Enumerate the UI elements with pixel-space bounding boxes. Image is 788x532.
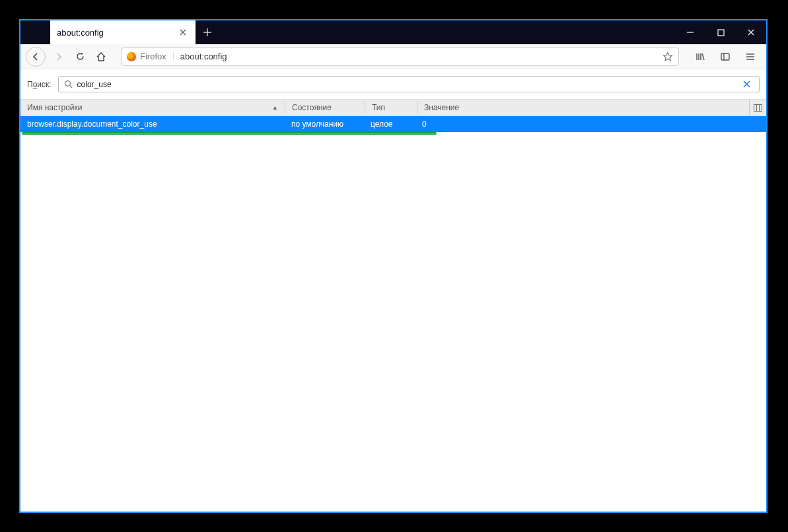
config-row-selected[interactable]: browser.display.document_color_use по ум… <box>20 116 766 132</box>
nav-home-button[interactable] <box>90 46 112 67</box>
tab-close-icon[interactable] <box>177 26 189 38</box>
window-maximize-button[interactable] <box>705 20 736 44</box>
svg-rect-0 <box>718 30 724 36</box>
nav-back-button[interactable] <box>26 47 46 67</box>
column-picker-icon[interactable] <box>749 100 766 116</box>
nav-reload-button[interactable] <box>69 46 90 67</box>
sidebar-icon[interactable] <box>715 46 736 67</box>
page-content: Поиск: Имя настройки <box>20 69 766 512</box>
search-icon <box>64 80 73 89</box>
hamburger-menu-icon[interactable] <box>740 46 761 67</box>
column-type[interactable]: Тип <box>365 100 417 116</box>
config-search-row: Поиск: <box>20 69 766 99</box>
firefox-icon <box>127 52 136 61</box>
cell-value: 0 <box>415 119 766 129</box>
url-bar[interactable]: Firefox about:config <box>121 48 679 66</box>
nav-forward-button[interactable] <box>48 46 69 67</box>
config-search-label: Поиск: <box>27 80 52 89</box>
config-search-field[interactable] <box>58 76 760 92</box>
url-text: about:config <box>180 51 663 61</box>
cell-state: по умолчанию <box>285 119 364 129</box>
svg-point-3 <box>65 81 70 86</box>
column-state[interactable]: Состояние <box>285 100 365 116</box>
cell-type: целое <box>364 119 415 129</box>
new-tab-button[interactable] <box>196 20 219 44</box>
tab-title: about:config <box>57 28 177 38</box>
sort-asc-icon: ▲ <box>272 104 278 111</box>
column-value[interactable]: Значение <box>417 100 749 116</box>
svg-rect-1 <box>721 53 729 60</box>
config-search-input[interactable] <box>77 80 743 89</box>
config-table-header: Имя настройки ▲ Состояние Тип Значение <box>20 99 766 116</box>
url-identity-box[interactable]: Firefox <box>127 51 174 61</box>
highlight-underline <box>22 132 437 135</box>
cell-pref-name: browser.display.document_color_use <box>20 119 285 129</box>
svg-rect-5 <box>754 104 762 111</box>
bookmark-star-icon[interactable] <box>663 51 673 62</box>
browser-tab-active[interactable]: about:config <box>50 20 196 44</box>
column-pref-name[interactable]: Имя настройки ▲ <box>20 100 285 116</box>
svg-line-4 <box>69 85 72 88</box>
window-close-button[interactable] <box>736 20 766 44</box>
search-clear-icon[interactable] <box>743 81 754 88</box>
window-titlebar: about:config <box>20 20 766 44</box>
window-minimize-button[interactable] <box>675 20 705 44</box>
browser-toolbar: Firefox about:config <box>20 44 766 69</box>
url-identity-label: Firefox <box>140 51 166 61</box>
library-icon[interactable] <box>690 46 711 67</box>
